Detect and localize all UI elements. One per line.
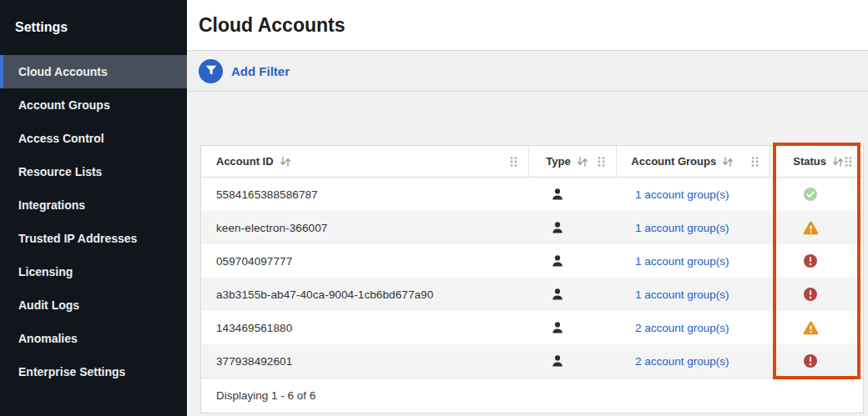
sidebar-item-account-groups[interactable]: Account Groups [0, 88, 187, 122]
sidebar-item-anomalies[interactable]: Anomalies [0, 322, 187, 355]
sort-arrows-icon[interactable] [722, 157, 734, 167]
user-icon [551, 254, 564, 268]
account-id-cell: 143469561880 [201, 322, 532, 334]
account-id-cell: 5584165388586787 [201, 188, 532, 201]
account-groups-cell: 2 account group(s) [621, 355, 776, 368]
sidebar-item-resource-lists[interactable]: Resource Lists [0, 155, 187, 188]
account-id-cell: 377938492601 [201, 355, 532, 368]
grip-dots-icon[interactable] [750, 156, 760, 168]
column-label: Type [546, 155, 570, 168]
table-header: Account ID Type Account Groups Status [201, 146, 863, 178]
sidebar-item-licensing[interactable]: Licensing [0, 255, 187, 288]
sidebar-item-audit-logs[interactable]: Audit Logs [0, 288, 187, 322]
status-error-icon [803, 253, 818, 268]
account-id-cell: 059704097777 [201, 255, 532, 268]
funnel-icon [205, 65, 217, 77]
table-row: 0597040977771 account group(s) [201, 244, 863, 278]
table-row: keen-electron-3660071 account group(s) [201, 211, 863, 244]
status-cell [776, 221, 863, 235]
table-body: 55841653885867871 account group(s)keen-e… [201, 178, 863, 378]
filter-bar: Add Filter [187, 51, 868, 92]
account-groups-link[interactable]: 1 account group(s) [635, 288, 729, 301]
page-title: Cloud Accounts [199, 14, 345, 37]
account-type-cell [532, 321, 621, 334]
account-type-cell [532, 288, 621, 301]
status-cell [776, 287, 863, 302]
account-groups-link[interactable]: 2 account group(s) [635, 322, 729, 334]
add-filter-label[interactable]: Add Filter [231, 64, 290, 78]
user-icon [551, 321, 564, 334]
account-id-cell: a3b3155b-ab47-40ca-9004-1cb6bd677a90 [201, 288, 532, 301]
cloud-accounts-table: Account ID Type Account Groups Status 55… [200, 145, 864, 413]
account-groups-cell: 1 account group(s) [621, 222, 776, 234]
user-icon [551, 221, 564, 234]
table-footer: Displaying 1 - 6 of 6 [201, 378, 863, 413]
sort-arrows-icon[interactable] [577, 157, 588, 167]
sidebar-item-access-control[interactable]: Access Control [0, 122, 187, 155]
table-row: 3779384926012 account group(s) [201, 344, 863, 378]
sidebar-item-cloud-accounts[interactable]: Cloud Accounts [0, 55, 187, 88]
column-header-status[interactable]: Status [770, 146, 863, 177]
column-header-type[interactable]: Type [528, 146, 616, 177]
account-groups-link[interactable]: 1 account group(s) [635, 255, 729, 268]
user-icon [551, 354, 564, 368]
grip-dots-icon[interactable] [844, 156, 853, 168]
table-row: 55841653885867871 account group(s) [201, 178, 863, 211]
account-groups-cell: 1 account group(s) [621, 288, 776, 301]
user-icon [551, 188, 564, 201]
account-type-cell [532, 188, 621, 201]
status-error-icon [803, 287, 818, 302]
status-error-icon [803, 353, 818, 368]
main-content: Cloud Accounts Add Filter Account ID Typ… [187, 0, 868, 416]
column-label: Status [793, 155, 826, 168]
add-filter-button[interactable] [199, 59, 223, 83]
pagination-summary: Displaying 1 - 6 of 6 [216, 389, 315, 402]
column-header-account-groups[interactable]: Account Groups [616, 146, 770, 177]
account-id-cell: keen-electron-366007 [201, 222, 532, 234]
table-row: a3b3155b-ab47-40ca-9004-1cb6bd677a901 ac… [201, 278, 863, 311]
account-groups-link[interactable]: 2 account group(s) [635, 355, 729, 368]
sidebar-item-trusted-ip-addresses[interactable]: Trusted IP Addresses [0, 222, 187, 255]
page-header: Cloud Accounts [187, 0, 868, 51]
grip-dots-icon[interactable] [509, 156, 518, 168]
account-groups-cell: 1 account group(s) [621, 255, 776, 268]
sidebar-item-enterprise-settings[interactable]: Enterprise Settings [0, 355, 187, 388]
settings-sidebar: Settings Cloud Accounts Account Groups A… [0, 0, 187, 416]
status-cell [776, 187, 863, 202]
account-type-cell [532, 221, 621, 234]
status-cell [776, 253, 863, 268]
status-cell [776, 353, 863, 368]
column-label: Account Groups [631, 155, 716, 168]
column-header-account-id[interactable]: Account ID [201, 146, 528, 177]
account-type-cell [532, 254, 621, 268]
status-warning-icon [803, 221, 819, 235]
account-groups-link[interactable]: 1 account group(s) [635, 188, 729, 201]
account-groups-cell: 1 account group(s) [621, 188, 776, 201]
sort-arrows-icon[interactable] [832, 157, 844, 167]
account-type-cell [532, 354, 621, 368]
sidebar-title: Settings [0, 0, 187, 55]
table-row: 1434695618802 account group(s) [201, 311, 863, 344]
account-groups-link[interactable]: 1 account group(s) [635, 222, 729, 234]
user-icon [551, 288, 564, 301]
account-groups-cell: 2 account group(s) [621, 322, 776, 334]
sort-arrows-icon[interactable] [280, 157, 291, 167]
status-warning-icon [803, 321, 819, 335]
status-cell [776, 321, 863, 335]
sidebar-item-integrations[interactable]: Integrations [0, 188, 187, 222]
column-label: Account ID [216, 155, 274, 168]
status-ok-icon [803, 187, 818, 202]
grip-dots-icon[interactable] [597, 156, 606, 168]
